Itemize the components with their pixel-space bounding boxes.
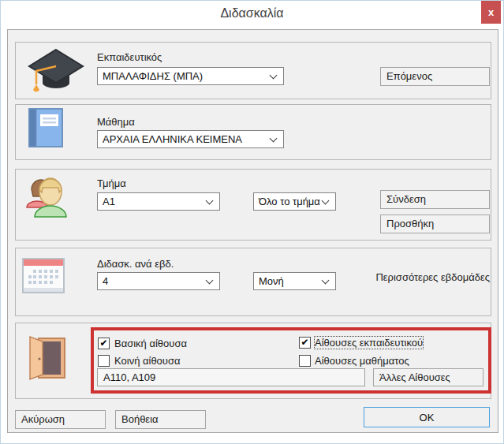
dialog-title: Διδασκαλία [1, 6, 503, 21]
close-icon[interactable]: x [481, 1, 501, 24]
class-select[interactable]: A1 [97, 192, 220, 211]
help-button[interactable]: Βοήθεια [115, 410, 206, 429]
chevron-down-icon [270, 72, 278, 80]
chevron-down-icon [322, 277, 330, 285]
teacher-rooms-checkbox-label[interactable]: Αίθουσες εκπαιδευτικού [315, 337, 423, 349]
class-select-value: A1 [103, 196, 115, 207]
subject-label: Μάθημα [97, 116, 135, 128]
subject-select[interactable]: ΑΡΧΑΙΑ ΕΛΛΗΝΙΚΑ ΚΕΙΜΕΝΑ [97, 130, 284, 148]
main-room-checkbox[interactable]: ✔ [98, 338, 110, 349]
teacher-rooms-checkbox[interactable]: ✔ [299, 337, 311, 349]
next-button[interactable]: Επόμενος [380, 67, 490, 86]
class-scope-value: Όλο το τμήμα [259, 196, 320, 207]
check-icon: ✔ [99, 338, 107, 349]
calendar-icon [22, 258, 65, 297]
periods-select-value: 4 [103, 275, 108, 287]
chevron-down-icon [322, 197, 330, 205]
subject-select-value: ΑΡΧΑΙΑ ΕΛΛΗΝΙΚΑ ΚΕΙΜΕΝΑ [103, 133, 242, 145]
week-type-value: Μονή [259, 275, 284, 287]
periods-select[interactable]: 4 [97, 272, 220, 290]
other-rooms-button[interactable]: Άλλες Αίθουσες [373, 368, 483, 386]
teacher-label: Εκπαιδευτικός [97, 51, 162, 63]
shared-room-checkbox-label[interactable]: Κοινή αίθουσα [114, 355, 180, 367]
class-label: Τμήμα [97, 177, 126, 189]
teacher-select-value: ΜΠΑΛΑΦΙΔΗΣ (ΜΠΑ) [103, 70, 203, 82]
main-room-checkbox-label[interactable]: Βασική αίθουσα [114, 338, 187, 349]
more-weeks-label[interactable]: Περισσότερες εβδομάδες [340, 271, 490, 283]
subject-rooms-checkbox[interactable] [299, 355, 311, 367]
check-icon: ✔ [301, 337, 308, 348]
teaching-dialog: Διδασκαλία x Εκπαιδευτικός ΜΠΑΛΑΦΙΔΗΣ (Μ… [0, 0, 504, 444]
students-icon [24, 176, 68, 223]
shared-room-checkbox[interactable] [98, 355, 110, 367]
graduation-cap-icon [24, 47, 86, 99]
periods-label: Διδασκ. ανά εβδ. [97, 258, 174, 270]
titlebar[interactable]: Διδασκαλία x [1, 1, 503, 27]
ok-button[interactable]: OK [364, 407, 490, 427]
week-type-select[interactable]: Μονή [253, 272, 336, 290]
cancel-button[interactable]: Ακύρωση [15, 410, 106, 429]
add-button[interactable]: Προσθήκη [380, 215, 490, 233]
book-icon [28, 108, 63, 151]
chevron-down-icon [206, 277, 214, 285]
rooms-input[interactable]: A110, A109 [97, 368, 365, 386]
subject-rooms-checkbox-label[interactable]: Αίθουσες μαθήματος [315, 355, 409, 367]
door-icon [24, 334, 65, 384]
join-button[interactable]: Σύνδεση [380, 190, 490, 209]
teacher-select[interactable]: ΜΠΑΛΑΦΙΔΗΣ (ΜΠΑ) [97, 67, 284, 85]
chevron-down-icon [206, 197, 214, 205]
class-scope-select[interactable]: Όλο το τμήμα [253, 192, 336, 211]
chevron-down-icon [270, 135, 278, 143]
